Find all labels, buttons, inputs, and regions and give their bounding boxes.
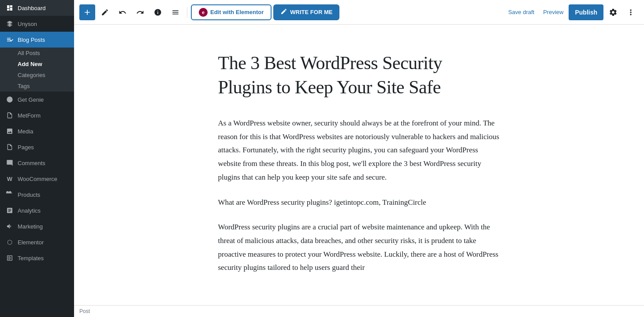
sidebar-item-label: Blog Posts xyxy=(18,37,45,43)
sidebar-item-label: Elementor xyxy=(18,239,44,246)
sidebar-sub-categories[interactable]: Categories xyxy=(0,70,74,81)
sidebar-item-metform[interactable]: MetForm xyxy=(0,107,74,123)
sidebar-item-analytics[interactable]: Analytics xyxy=(0,203,74,218)
products-icon xyxy=(5,190,14,199)
write-for-me-button[interactable]: WRITE FOR ME xyxy=(273,4,339,20)
sidebar-item-woocommerce[interactable]: W WooCommerce xyxy=(0,171,74,187)
sidebar-item-blog-posts[interactable]: Blog Posts xyxy=(0,32,74,48)
svg-point-0 xyxy=(7,96,12,102)
preview-button[interactable]: Preview xyxy=(540,9,567,15)
sidebar-item-pages[interactable]: Pages xyxy=(0,139,74,155)
sidebar-item-label: Templates xyxy=(18,255,44,262)
toolbar: e Edit with Elementor WRITE FOR ME Save … xyxy=(74,0,644,25)
pages-icon xyxy=(5,143,14,151)
unyson-icon xyxy=(5,19,14,28)
more-options-button[interactable] xyxy=(623,4,639,20)
sidebar-item-label: Marketing xyxy=(18,223,43,230)
marketing-icon xyxy=(5,222,14,231)
metform-icon xyxy=(5,111,14,120)
sidebar-item-label: Pages xyxy=(18,144,34,151)
analytics-icon xyxy=(5,206,14,215)
editor-area[interactable]: The 3 Best WordPress Security Plugins to… xyxy=(74,25,644,305)
sidebar-item-comments[interactable]: Comments xyxy=(0,155,74,171)
sidebar-item-marketing[interactable]: Marketing xyxy=(0,218,74,234)
elementor-icon: ⬡ xyxy=(5,238,14,247)
sidebar-item-label: Comments xyxy=(18,160,45,166)
toolbar-separator-1 xyxy=(187,7,187,18)
post-type-label: Post xyxy=(79,308,90,314)
sidebar-item-products[interactable]: Products xyxy=(0,187,74,203)
dashboard-icon xyxy=(5,4,14,12)
sidebar-item-label: Unyson xyxy=(18,21,37,27)
post-paragraph-2[interactable]: WordPress security plugins are a crucial… xyxy=(218,221,500,274)
post-subheading: What are WordPress security plugins? ige… xyxy=(218,196,500,208)
sidebar-sub-all-posts[interactable]: All Posts xyxy=(0,48,74,59)
list-view-button[interactable] xyxy=(168,4,183,20)
add-block-button[interactable] xyxy=(79,4,95,20)
sidebar-item-media[interactable]: Media xyxy=(0,123,74,139)
sidebar-item-templates[interactable]: Templates xyxy=(0,250,74,266)
sidebar-sub-add-new[interactable]: Add New xyxy=(0,59,74,70)
sidebar: Dashboard Unyson Blog Posts All Posts Ad… xyxy=(0,0,74,317)
bottom-bar: Post xyxy=(74,305,644,317)
sidebar-item-unyson[interactable]: Unyson xyxy=(0,16,74,32)
sidebar-item-label: MetForm xyxy=(18,112,41,119)
sidebar-item-dashboard[interactable]: Dashboard xyxy=(0,0,74,16)
post-paragraph-1[interactable]: As a WordPress website owner, security s… xyxy=(218,117,500,184)
media-icon xyxy=(5,127,14,136)
settings-button[interactable] xyxy=(605,4,621,20)
comments-icon xyxy=(5,158,14,167)
woocommerce-icon: W xyxy=(5,174,14,183)
write-icon xyxy=(280,8,287,16)
get-genie-icon xyxy=(5,95,14,104)
info-button[interactable] xyxy=(150,4,166,20)
sidebar-item-label: Get Genie xyxy=(18,96,44,103)
post-title[interactable]: The 3 Best WordPress Security Plugins to… xyxy=(218,51,500,99)
edit-elementor-button[interactable]: e Edit with Elementor xyxy=(191,4,272,20)
sidebar-item-label: Products xyxy=(18,192,40,198)
editor-content: The 3 Best WordPress Security Plugins to… xyxy=(183,25,536,305)
pencil-button[interactable] xyxy=(97,4,113,20)
publish-button[interactable]: Publish xyxy=(569,4,603,20)
sidebar-item-label: Dashboard xyxy=(18,5,46,11)
save-draft-button[interactable]: Save draft xyxy=(505,9,538,15)
undo-button[interactable] xyxy=(115,4,130,20)
sidebar-item-elementor[interactable]: ⬡ Elementor xyxy=(0,234,74,250)
blog-posts-icon xyxy=(5,35,14,44)
sidebar-sub-tags[interactable]: Tags xyxy=(0,81,74,92)
redo-button[interactable] xyxy=(132,4,148,20)
elementor-logo-icon: e xyxy=(199,8,208,17)
templates-icon xyxy=(5,254,14,262)
main-area: e Edit with Elementor WRITE FOR ME Save … xyxy=(74,0,644,317)
sidebar-item-label: Media xyxy=(18,128,33,135)
sidebar-item-label: WooCommerce xyxy=(18,176,57,182)
sidebar-item-get-genie[interactable]: Get Genie xyxy=(0,92,74,107)
sidebar-item-label: Analytics xyxy=(18,207,41,214)
sidebar-blog-posts-group: Blog Posts All Posts Add New Categories … xyxy=(0,32,74,92)
